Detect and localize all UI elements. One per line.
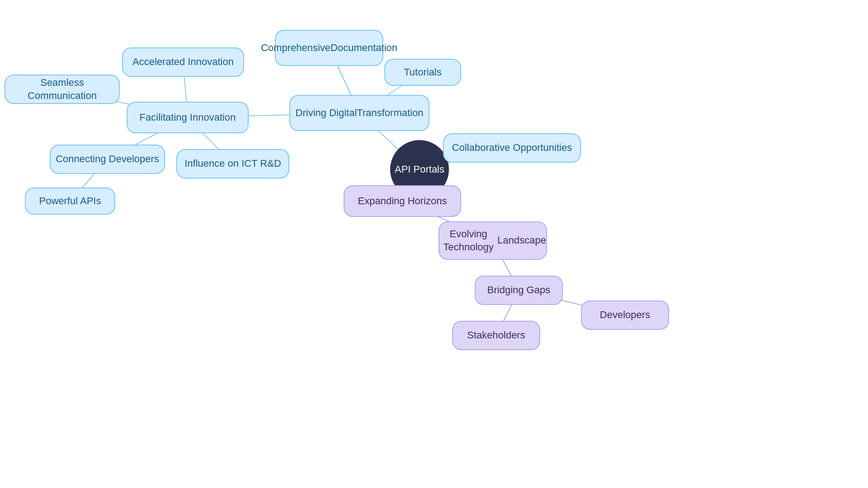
node-cd: Connecting Developers: [50, 145, 165, 174]
node-etl: Evolving TechnologyLandscape: [439, 221, 547, 260]
node-pa: Powerful APIs: [25, 188, 115, 215]
node-dev: Developers: [581, 300, 669, 330]
node-ird: Influence on ICT R&D: [176, 149, 289, 178]
node-co: Collaborative Opportunities: [443, 133, 581, 163]
node-eh: Expanding Horizons: [344, 185, 461, 217]
node-sc: Seamless Communication: [5, 75, 120, 104]
node-ai: Accelerated Innovation: [122, 47, 244, 77]
node-comp: ComprehensiveDocumentation: [275, 30, 383, 66]
node-sta: Stakeholders: [452, 321, 540, 350]
node-fi: Facilitating Innovation: [127, 102, 249, 133]
node-bg: Bridging Gaps: [475, 276, 563, 305]
node-tut: Tutorials: [384, 59, 461, 86]
node-ddt: Driving DigitalTransformation: [289, 95, 429, 131]
